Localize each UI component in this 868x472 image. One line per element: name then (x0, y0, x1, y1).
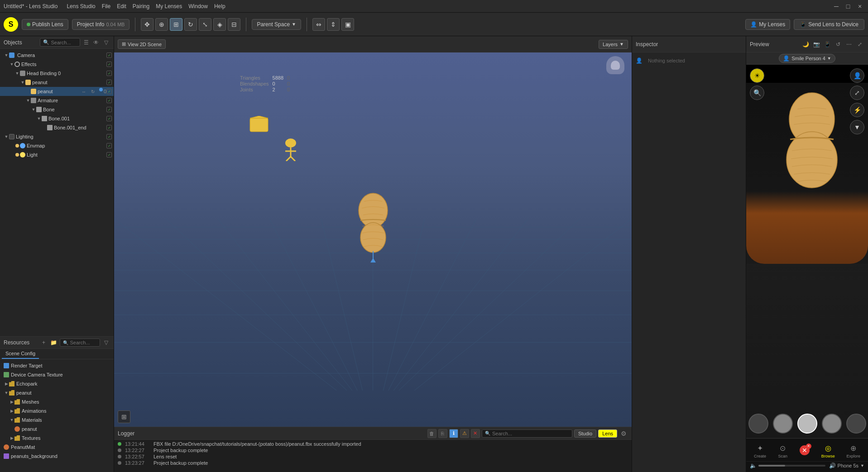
scale-tool-button[interactable]: ⤡ (199, 18, 211, 31)
preview-circle-3[interactable] (797, 414, 817, 434)
bone001-visibility[interactable] (106, 116, 112, 121)
head-binding-arrow[interactable]: ▼ (14, 71, 20, 76)
bone-visibility[interactable] (106, 107, 112, 112)
viewport-corner-button[interactable]: ⊞ (118, 410, 130, 423)
tree-item-effects[interactable]: ▼ Effects (0, 60, 114, 69)
layers-button[interactable]: Layers ▼ (599, 40, 628, 49)
preview-circle-4[interactable] (822, 414, 842, 434)
resources-filter-icon[interactable]: ▽ (102, 339, 110, 347)
preview-chevron-down-button[interactable]: ▼ (850, 120, 864, 134)
res-item-device-camera[interactable]: Device Camera Texture (0, 370, 114, 379)
head-binding-visibility[interactable] (106, 71, 112, 76)
textures-arrow[interactable]: ▶ (9, 436, 14, 440)
peanut-scene-object[interactable] (350, 183, 396, 266)
mirror-v-button[interactable]: ⇕ (327, 18, 340, 31)
res-item-animations[interactable]: ▶ Animations (0, 406, 114, 415)
tree-item-peanut-mesh[interactable]: peanut ↔ ↻ 0 (0, 87, 114, 96)
screen-button[interactable]: ▣ (341, 18, 354, 31)
preview-lightning-button[interactable]: ⚡ (850, 103, 864, 117)
res-item-peanutmat[interactable]: PeanutMat (0, 443, 114, 452)
pnav-close[interactable]: ✕ (797, 444, 812, 457)
pnav-browse[interactable]: ◎ Browse (819, 442, 838, 459)
logger-copy-button[interactable]: ⎘ (438, 429, 447, 438)
tree-item-armature[interactable]: ▼ Armature (0, 96, 114, 105)
meshes-arrow[interactable]: ▶ (9, 400, 14, 404)
tree-item-envmap[interactable]: Envmap (0, 141, 114, 150)
mirror-h-button[interactable]: ⇔ (312, 18, 325, 31)
res-item-textures[interactable]: ▶ Textures (0, 434, 114, 443)
bone-arrow[interactable]: ▼ (31, 107, 36, 112)
move-tool-button[interactable]: ⊞ (170, 18, 182, 31)
res-item-materials[interactable]: ▼ Materials (0, 415, 114, 424)
rotate-tool-button[interactable]: ↻ (184, 18, 197, 31)
preview-search-button[interactable]: 🔍 (750, 86, 764, 100)
logger-clear-button[interactable]: 🗑 (427, 429, 436, 438)
menu-help[interactable]: Help (214, 3, 225, 10)
tree-item-bone001[interactable]: ▼ Bone.001 (0, 114, 114, 123)
lighting-arrow[interactable]: ▼ (4, 134, 9, 139)
preview-moon-icon[interactable]: 🌙 (801, 40, 810, 49)
armature-visibility[interactable] (106, 98, 112, 103)
project-info-button[interactable]: Project Info 0.04 MB (72, 19, 130, 30)
objects-list-icon[interactable]: ☰ (82, 38, 90, 47)
tree-item-light[interactable]: Light (0, 150, 114, 159)
preview-circle-1[interactable] (748, 414, 768, 434)
volume-bar[interactable] (758, 465, 825, 467)
resources-search-box[interactable]: 🔍 (60, 339, 101, 347)
win-close[interactable]: × (855, 2, 864, 11)
peanut-mesh-visibility[interactable] (106, 89, 112, 94)
light-visibility[interactable] (106, 152, 112, 157)
tree-item-camera[interactable]: ▼ Camera (0, 51, 114, 60)
materials-arrow[interactable]: ▼ (9, 418, 14, 422)
select-tool-button[interactable]: ✥ (141, 18, 153, 31)
res-item-peanut-mat[interactable]: peanut (0, 424, 114, 434)
logger-error-button[interactable]: ✕ (471, 429, 480, 438)
volume-down-icon[interactable]: 🔈 (750, 462, 757, 469)
peanut-group-arrow[interactable]: ▼ (20, 80, 25, 85)
preview-sun-button[interactable]: ☀ (750, 68, 764, 83)
res-item-meshes[interactable]: ▶ Meshes (0, 397, 114, 406)
preview-refresh-icon[interactable]: ↺ (834, 40, 843, 49)
menu-lens-studio[interactable]: Lens Studio (67, 3, 95, 10)
pnav-scan[interactable]: ⊙ Scan (775, 442, 791, 459)
objects-filter-icon[interactable]: ▽ (102, 38, 110, 47)
menu-pairing[interactable]: Pairing (133, 3, 149, 10)
tree-item-lighting[interactable]: ▼ Lighting (0, 132, 114, 141)
tree-item-head-binding[interactable]: ▼ Head Binding 0 (0, 69, 114, 78)
parent-space-button[interactable]: Parent Space ▼ (252, 19, 301, 30)
volume-up-icon[interactable]: 🔊 (829, 462, 836, 469)
pnav-explore[interactable]: ⊕ Explore (844, 442, 863, 459)
zoom-tool-button[interactable]: ⊕ (155, 18, 168, 31)
pivot-tool-button[interactable]: ◈ (213, 18, 226, 31)
effects-arrow[interactable]: ▼ (9, 62, 14, 67)
echopark-arrow[interactable]: ▶ (4, 381, 9, 386)
logger-lens-button[interactable]: Lens (598, 429, 617, 438)
publish-lens-button[interactable]: Publish Lens (22, 19, 68, 30)
res-item-echopark[interactable]: ▶ Echopark (0, 379, 114, 388)
viewport-canvas[interactable]: Triangles 5888 0 Blendshapes 0 0 Joints … (114, 52, 632, 427)
logger-info-button[interactable]: ℹ (449, 429, 458, 438)
snap-tool-button[interactable]: ⊟ (228, 18, 240, 31)
menu-window[interactable]: Window (188, 3, 208, 10)
tree-item-bone001-end[interactable]: Bone.001_end (0, 123, 114, 132)
logger-search-input[interactable] (492, 431, 569, 436)
win-maximize[interactable]: □ (844, 2, 853, 11)
my-lenses-button[interactable]: 👤 My Lenses (745, 19, 790, 30)
logger-search-box[interactable]: 🔍 (482, 429, 572, 438)
objects-search-input[interactable] (51, 40, 77, 45)
menu-my-lenses[interactable]: My Lenses (156, 3, 182, 10)
preview-screen-icon[interactable]: 📱 (823, 40, 832, 49)
objects-eye-icon[interactable]: 👁 (92, 38, 100, 47)
send-to-device-button[interactable]: 📱 Send Lens to Device (794, 19, 864, 30)
camera-arrow[interactable]: ▼ (4, 52, 9, 58)
logger-settings-icon[interactable]: ⚙ (619, 429, 628, 438)
preview-circle-5[interactable] (846, 414, 866, 434)
preview-circle-2[interactable] (773, 414, 793, 434)
res-item-render-target[interactable]: Render Target (0, 361, 114, 370)
resources-search-input[interactable] (70, 340, 97, 345)
res-item-peanuts-bg[interactable]: peanuts_background (0, 452, 114, 461)
objects-search-box[interactable]: 🔍 (40, 38, 81, 47)
person-selector-button[interactable]: 👤 Smile Person 4 ▼ (779, 54, 835, 63)
animations-arrow[interactable]: ▶ (9, 409, 14, 413)
envmap-visibility[interactable] (106, 143, 112, 148)
